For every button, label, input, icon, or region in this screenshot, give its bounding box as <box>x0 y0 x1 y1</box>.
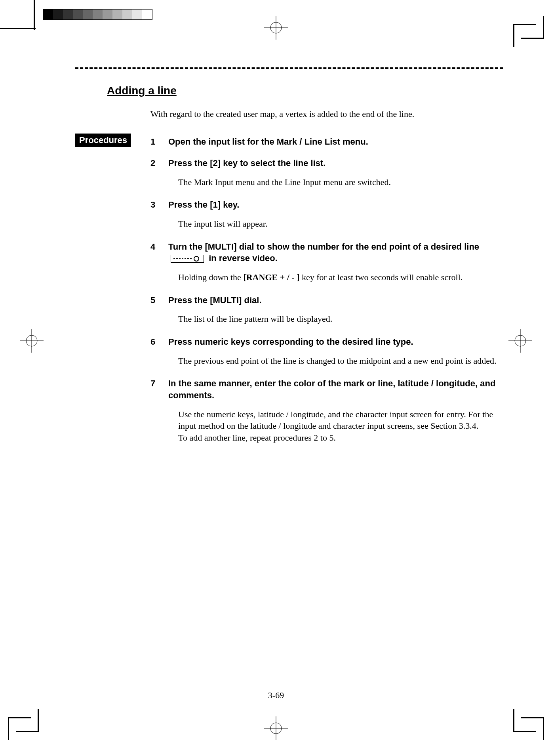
step-number: 7 <box>75 378 168 452</box>
step-number: 5 <box>75 294 168 334</box>
procedure-step: 4 Turn the [MULTI] dial to show the numb… <box>75 241 503 292</box>
section-rule <box>75 67 503 69</box>
registration-mark-icon <box>264 716 288 740</box>
step-title: Press numeric keys corresponding to the … <box>168 336 503 348</box>
intro-paragraph: With regard to the created user map, a v… <box>150 108 503 120</box>
page-content: Adding a line With regard to the created… <box>75 83 503 455</box>
crop-mark <box>8 717 31 740</box>
section-title: Adding a line <box>107 83 503 98</box>
crop-mark <box>0 28 36 29</box>
step-number: 3 <box>75 199 168 238</box>
procedure-step: 1 Open the input list for the Mark / Lin… <box>75 136 503 155</box>
step-note: The Mark Input menu and the Line Input m… <box>178 176 503 188</box>
step-note-pre: Holding down the <box>178 272 243 282</box>
step-number: 4 <box>75 241 168 292</box>
step-number: 2 <box>75 157 168 197</box>
step-title: Press the [1] key. <box>168 199 503 211</box>
grayscale-calibration-bar <box>43 9 152 20</box>
step-title-pre: Turn the [MULTI] dial to show the number… <box>168 242 479 252</box>
step-note: The previous end point of the line is ch… <box>178 355 503 367</box>
page-number: 3-69 <box>268 690 284 701</box>
step-title: Turn the [MULTI] dial to show the number… <box>168 241 503 264</box>
crop-mark <box>521 717 544 740</box>
step-title-post: in reverse video. <box>209 253 278 263</box>
step-number: 1 <box>75 136 168 155</box>
procedure-step: 7 In the same manner, enter the color of… <box>75 378 503 452</box>
procedure-step: 5 Press the [MULTI] dial. The list of th… <box>75 294 503 334</box>
step-title: Press the [2] key to select the line lis… <box>168 157 503 169</box>
crop-mark <box>521 16 544 39</box>
procedure-step: 3 Press the [1] key. The input list will… <box>75 199 503 238</box>
procedure-step: 6 Press numeric keys corresponding to th… <box>75 336 503 375</box>
step-note: The input list will appear. <box>178 218 503 230</box>
step-title: Press the [MULTI] dial. <box>168 294 503 306</box>
registration-mark-icon <box>20 329 44 353</box>
registration-mark-icon <box>264 16 288 40</box>
step-note-post: key for at least two seconds will enable… <box>299 272 463 282</box>
procedure-step: 2 Press the [2] key to select the line l… <box>75 157 503 197</box>
step-number: 6 <box>75 336 168 375</box>
line-pattern-icon <box>171 255 204 263</box>
registration-mark-icon <box>508 329 532 353</box>
range-key-label: [RANGE + / - ] <box>243 272 299 282</box>
step-title: Open the input list for the Mark / Line … <box>168 136 503 148</box>
crop-mark <box>34 0 35 30</box>
svg-point-13 <box>194 256 199 261</box>
step-title: In the same manner, enter the color of t… <box>168 378 503 401</box>
step-note: Use the numeric keys, latitude / longitu… <box>178 409 503 444</box>
step-note: The list of the line pattern will be dis… <box>178 313 503 325</box>
step-note: Holding down the [RANGE + / - ] key for … <box>178 271 503 283</box>
